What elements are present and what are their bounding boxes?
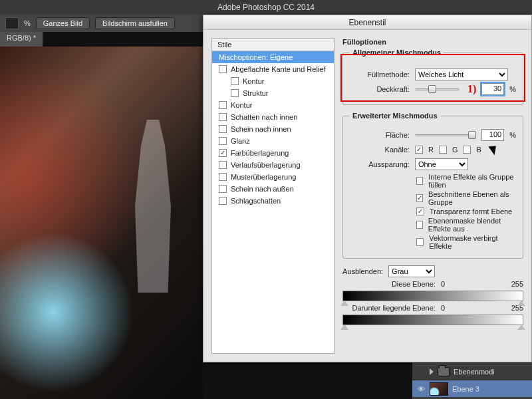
fill-input[interactable]: 100: [481, 129, 504, 141]
style-checkbox[interactable]: [231, 77, 239, 85]
dialog-body: Stile Mischoptionen: EigeneAbgeflachte K…: [203, 30, 531, 362]
channel-b-checkbox[interactable]: [463, 146, 471, 154]
style-row[interactable]: Farbüberlagerung: [212, 147, 334, 159]
app-title: Adobe Photoshop CC 2014: [217, 3, 315, 12]
option-label: Transparenz formt Ebene: [430, 207, 512, 215]
style-checkbox[interactable]: [219, 65, 227, 73]
fill-screen-button[interactable]: Bildschirm ausfüllen: [95, 17, 175, 29]
dialog-title-bar[interactable]: Ebenenstil: [203, 15, 531, 30]
style-label: Abgeflachte Kante und Relief: [231, 65, 326, 73]
document-canvas[interactable]: [0, 47, 203, 399]
folder-icon: [438, 367, 450, 376]
style-row[interactable]: Schlagschatten: [212, 195, 334, 207]
style-checkbox[interactable]: [219, 101, 227, 109]
style-label: Farbüberlagerung: [231, 149, 289, 157]
option-checkbox[interactable]: [416, 238, 424, 246]
style-row[interactable]: Glanz: [212, 135, 334, 147]
channel-b-label: B: [476, 146, 481, 154]
style-checkbox[interactable]: [219, 125, 227, 133]
style-label: Verlaufsüberlagerung: [231, 161, 301, 169]
document-tab[interactable]: RGB/8) *: [0, 32, 43, 47]
blendif-this-lo: 0: [441, 280, 445, 288]
advanced-blend-group: Erweiterter Mischmodus Fläche: 100 % Kan…: [342, 112, 523, 259]
option-label: Ebenenmaske blendet Effekte aus: [428, 217, 516, 233]
option-label: Vektormaske verbirgt Effekte: [429, 234, 516, 250]
fill-slider[interactable]: [415, 130, 476, 140]
expand-icon[interactable]: [430, 368, 434, 375]
pct-suffix: %: [24, 19, 31, 27]
style-row[interactable]: Kontur: [212, 99, 334, 111]
style-checkbox[interactable]: [219, 173, 227, 181]
section-title: Füllоptionen: [342, 38, 523, 46]
option-checkbox[interactable]: [416, 207, 424, 215]
fill-label: Fläche:: [350, 131, 410, 139]
style-checkbox[interactable]: [219, 197, 227, 205]
blendif-under-lo: 0: [441, 304, 445, 312]
options-column: Füllоptionen Allgemeiner Mischmodus Füll…: [342, 38, 523, 354]
channel-g-checkbox[interactable]: [439, 146, 447, 154]
layer-group-row[interactable]: Ebenenmodi: [412, 362, 532, 380]
style-label: Glanz: [231, 137, 250, 145]
style-row[interactable]: Kontur: [212, 75, 334, 87]
option-label: Interne Effekte als Gruppe füllen: [428, 173, 516, 189]
blendif-label: Ausblenden:: [342, 267, 383, 275]
photo-subject: [123, 120, 183, 293]
style-label: Mischoptionen: Eigene: [219, 53, 293, 61]
style-row[interactable]: Schein nach außen: [212, 183, 334, 195]
style-label: Schatten nach innen: [231, 113, 297, 121]
channel-r-checkbox[interactable]: [415, 146, 423, 154]
layer-row[interactable]: 👁 Ebene 3: [412, 380, 532, 397]
blendif-select[interactable]: Grau: [388, 265, 435, 277]
channels-label: Kanäle:: [350, 146, 410, 154]
style-label: Schein nach innen: [231, 125, 291, 133]
style-row[interactable]: Musterüberlagerung: [212, 171, 334, 183]
zoom-field[interactable]: [5, 17, 19, 29]
layer-name: Ebene 3: [452, 385, 479, 393]
general-blend-group: Allgemeiner Mischmodus Füllmethode: Weic…: [342, 49, 523, 105]
dialog-title: Ebenenstil: [348, 18, 386, 27]
option-checkbox[interactable]: [416, 194, 423, 202]
fill-suffix: %: [509, 131, 516, 139]
fit-screen-button[interactable]: Ganzes Bild: [36, 17, 90, 29]
style-row[interactable]: Schein nach innen: [212, 123, 334, 135]
layer-style-dialog: Ebenenstil Stile Mischoptionen: EigeneAb…: [203, 15, 532, 362]
styles-list: Stile Mischoptionen: EigeneAbgeflachte K…: [211, 38, 334, 354]
style-row[interactable]: Mischoptionen: Eigene: [212, 51, 334, 63]
style-checkbox[interactable]: [219, 185, 227, 193]
style-checkbox[interactable]: [231, 89, 239, 97]
style-row[interactable]: Verlaufsüberlagerung: [212, 159, 334, 171]
channel-g-label: G: [452, 146, 458, 154]
style-checkbox[interactable]: [219, 137, 227, 145]
visibility-icon[interactable]: 👁: [416, 385, 426, 393]
app-title-bar: Adobe Photoshop CC 2014: [0, 0, 532, 15]
blendif-under-label: Darunter liegende Ebene:: [342, 304, 436, 312]
style-label: Schlagschatten: [231, 197, 281, 205]
blendif-under-slider[interactable]: [342, 315, 523, 325]
style-row[interactable]: Abgeflachte Kante und Relief: [212, 63, 334, 75]
style-label: Schein nach außen: [231, 185, 294, 193]
style-checkbox[interactable]: [219, 113, 227, 121]
option-checkbox[interactable]: [416, 177, 423, 185]
blendif-this-hi: 255: [511, 280, 523, 288]
blendif-this-slider[interactable]: [342, 291, 523, 301]
style-label: Musterüberlagerung: [231, 173, 296, 181]
channel-r-label: R: [428, 146, 434, 154]
option-checkbox[interactable]: [416, 221, 423, 229]
blendif-this-label: Diese Ebene:: [342, 280, 436, 288]
style-label: Kontur: [231, 101, 252, 109]
knockout-select[interactable]: Ohne: [415, 158, 468, 170]
layer-group-name: Ebenenmodi: [454, 368, 495, 376]
advanced-blend-legend: Erweiterter Mischmodus: [350, 112, 440, 120]
annotation-box-1: [340, 54, 525, 102]
layers-panel: Ebenenmodi 👁 Ebene 3: [412, 362, 532, 399]
styles-header: Stile: [212, 39, 334, 51]
option-label: Beschnittene Ebenen als Gruppe: [428, 190, 516, 206]
style-checkbox[interactable]: [219, 161, 227, 169]
cursor-icon: [491, 144, 500, 156]
style-label: Struktur: [243, 89, 269, 97]
style-row[interactable]: Schatten nach innen: [212, 111, 334, 123]
style-checkbox[interactable]: [219, 149, 227, 157]
style-row[interactable]: Struktur: [212, 87, 334, 99]
opacity-slider[interactable]: [415, 84, 460, 94]
layer-thumbnail[interactable]: [430, 382, 448, 396]
